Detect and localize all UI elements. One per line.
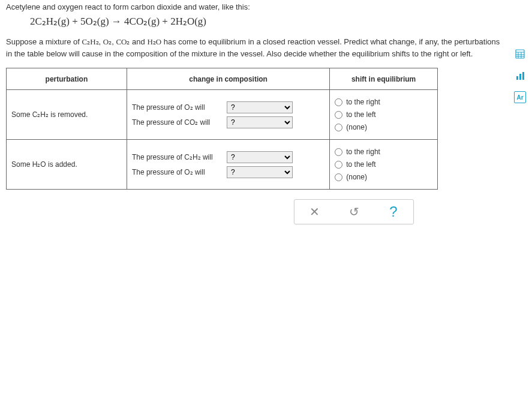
shift-none-label: (none) <box>346 123 367 131</box>
shift-left-label: to the left <box>346 160 375 169</box>
change-cell: The pressure of O₂ will ? The pressure o… <box>127 90 329 140</box>
shift-none-label: (none) <box>346 173 367 181</box>
shift-right-label: to the right <box>346 148 380 156</box>
change-label: The pressure of C₂H₂ will <box>132 153 222 161</box>
sidebar: Ar <box>514 48 526 103</box>
table-row: Some H₂O is added. The pressure of C₂H₂ … <box>7 140 438 190</box>
table-row: Some C₂H₂ is removed. The pressure of O₂… <box>7 90 438 140</box>
para-before: Suppose a mixture of <box>6 37 82 46</box>
shift-right-radio[interactable] <box>335 148 342 156</box>
action-bar: ✕ ↺ ? <box>294 199 414 224</box>
shift-right-radio[interactable] <box>335 98 342 106</box>
periodic-table-icon[interactable]: Ar <box>514 91 526 103</box>
species-co2: CO₂ <box>116 37 130 46</box>
svg-rect-0 <box>516 50 524 58</box>
change-select-c2h2-row2[interactable]: ? <box>227 151 293 163</box>
shift-none-radio[interactable] <box>335 124 342 131</box>
svg-rect-6 <box>516 76 518 80</box>
header-shift: shift in equilibrium <box>330 68 438 90</box>
shift-none-radio[interactable] <box>335 173 342 181</box>
help-button[interactable]: ? <box>381 203 405 220</box>
change-select-o2-row2[interactable]: ? <box>227 166 293 178</box>
header-perturbation: perturbation <box>7 68 127 90</box>
shift-left-radio[interactable] <box>335 111 342 119</box>
perturbation-table: perturbation change in composition shift… <box>6 68 438 190</box>
svg-rect-7 <box>519 74 521 80</box>
calculator-icon[interactable] <box>514 48 526 60</box>
shift-none-option[interactable]: (none) <box>335 173 432 181</box>
shift-none-option[interactable]: (none) <box>335 123 432 131</box>
shift-left-option[interactable]: to the left <box>335 160 432 169</box>
shift-right-option[interactable]: to the right <box>335 98 432 106</box>
change-label: The pressure of CO₂ will <box>132 118 222 127</box>
shift-left-option[interactable]: to the left <box>335 110 432 119</box>
bar-chart-icon[interactable] <box>514 70 526 82</box>
species-h2o: H₂O <box>147 37 161 46</box>
shift-left-radio[interactable] <box>335 161 342 169</box>
shift-cell: to the right to the left (none) <box>330 140 438 190</box>
species-c2h2: C₂H₂ <box>82 37 98 46</box>
change-label: The pressure of O₂ will <box>132 103 222 112</box>
species-o2: O₂ <box>103 37 112 46</box>
reaction-equation: 2C₂H₂(g) + 5O₂(g) → 4CO₂(g) + 2H₂O(g) <box>30 15 501 28</box>
shift-left-label: to the left <box>346 110 375 119</box>
change-select-o2-row1[interactable]: ? <box>227 101 293 113</box>
perturbation-cell: Some H₂O is added. <box>7 140 127 190</box>
reset-button[interactable]: ↺ <box>342 205 366 219</box>
shift-cell: to the right to the left (none) <box>330 90 438 140</box>
shift-right-label: to the right <box>346 98 380 106</box>
shift-right-option[interactable]: to the right <box>335 148 432 156</box>
instruction-paragraph: Suppose a mixture of C₂H₂, O₂, CO₂ and H… <box>6 36 501 59</box>
intro-text: Acetylene and oxygen react to form carbo… <box>6 2 501 11</box>
header-change: change in composition <box>127 68 329 90</box>
close-button[interactable]: ✕ <box>302 205 326 219</box>
change-label: The pressure of O₂ will <box>132 168 222 176</box>
svg-rect-8 <box>522 72 524 80</box>
change-cell: The pressure of C₂H₂ will ? The pressure… <box>127 140 329 190</box>
perturbation-cell: Some C₂H₂ is removed. <box>7 90 127 140</box>
change-select-co2-row1[interactable]: ? <box>227 116 293 128</box>
